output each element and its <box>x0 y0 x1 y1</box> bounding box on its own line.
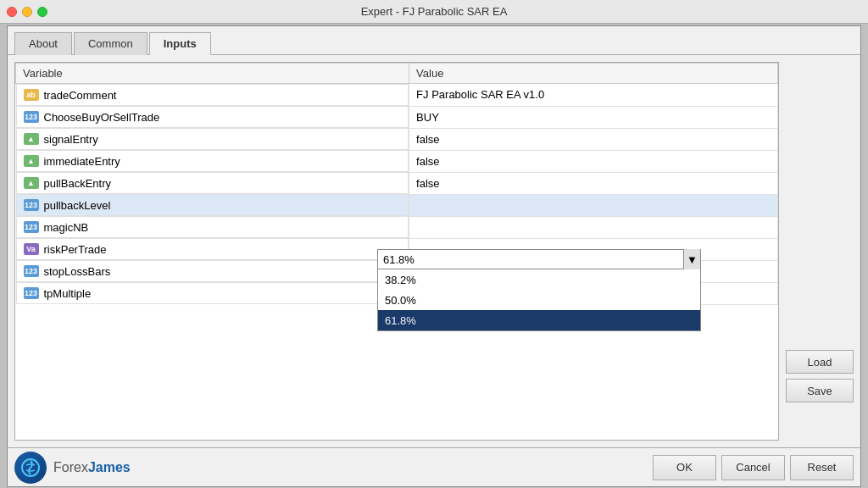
variable-name: magicNB <box>44 221 89 234</box>
type-icon: ▲ <box>24 133 39 145</box>
dropdown-option[interactable]: 38.2% <box>378 269 700 290</box>
variable-cell: ▲ signalEntry <box>16 128 409 150</box>
variable-cell: 123 ChooseBuyOrSellTrade <box>16 106 409 128</box>
save-button[interactable]: Save <box>786 379 854 402</box>
type-icon: 123 <box>24 221 39 233</box>
close-button[interactable] <box>7 7 17 17</box>
variable-name: signalEntry <box>44 133 98 146</box>
variable-cell: 123 magicNB <box>16 216 409 238</box>
footer: ForexJames OK Cancel Reset <box>8 447 860 486</box>
dialog: About Common Inputs Variable Value ab tr… <box>7 25 861 487</box>
type-icon: 123 <box>24 287 39 299</box>
logo-forex: Forex <box>53 460 88 474</box>
variable-cell: ab tradeComment <box>16 84 409 106</box>
reset-button[interactable]: Reset <box>790 455 854 480</box>
title-bar: Expert - FJ Parabolic SAR EA <box>0 0 868 24</box>
dropdown-list: 38.2%50.0%61.8% <box>377 269 701 331</box>
table-row[interactable]: 123 ChooseBuyOrSellTrade BUY <box>16 106 778 128</box>
type-icon: ab <box>24 89 39 101</box>
variable-cell: ▲ pullBackEntry <box>16 172 409 194</box>
dropdown-current-value: 61.8% <box>378 253 683 266</box>
type-icon: Va <box>24 243 39 255</box>
tab-inputs[interactable]: Inputs <box>149 32 211 55</box>
cancel-button[interactable]: Cancel <box>721 455 785 480</box>
table-row[interactable]: ▲ signalEntry false <box>16 128 778 150</box>
type-icon: ▲ <box>24 155 39 167</box>
value-cell[interactable]: false <box>409 128 778 150</box>
tab-about[interactable]: About <box>14 32 72 55</box>
maximize-button[interactable] <box>37 7 47 17</box>
minimize-button[interactable] <box>22 7 32 17</box>
variable-cell: Va riskPerTrade <box>16 238 409 260</box>
table-row[interactable]: ▲ pullBackEntry false <box>16 172 778 194</box>
variable-name: pullBackEntry <box>44 177 111 190</box>
table-row[interactable]: ab tradeComment FJ Parabolic SAR EA v1.0 <box>16 84 778 107</box>
table-row[interactable]: 123 magicNB <box>16 216 778 238</box>
variables-table-container: Variable Value ab tradeComment FJ Parabo… <box>14 62 779 441</box>
variable-name: tradeComment <box>44 89 117 102</box>
variable-name: stopLossBars <box>44 265 111 278</box>
value-cell[interactable] <box>409 194 778 216</box>
value-cell[interactable]: false <box>409 172 778 194</box>
dropdown-arrow-button[interactable]: ▼ <box>683 249 700 269</box>
variable-cell: ▲ immediateEntry <box>16 150 409 172</box>
table-row[interactable]: ▲ immediateEntry false <box>16 150 778 172</box>
variable-cell: 123 pullbackLevel <box>16 194 409 216</box>
value-cell[interactable] <box>409 216 778 238</box>
content-area: Variable Value ab tradeComment FJ Parabo… <box>8 55 860 447</box>
variable-name: riskPerTrade <box>44 243 107 256</box>
logo-area: ForexJames <box>14 452 131 484</box>
dropdown-option[interactable]: 50.0% <box>378 290 700 310</box>
type-icon: 123 <box>24 111 39 123</box>
logo-text: ForexJames <box>53 460 131 475</box>
variable-cell: 123 stopLossBars <box>16 260 409 282</box>
ok-button[interactable]: OK <box>653 455 716 480</box>
type-icon: 123 <box>24 199 39 211</box>
variable-name: immediateEntry <box>44 155 120 168</box>
value-cell[interactable]: FJ Parabolic SAR EA v1.0 <box>409 84 778 107</box>
variable-name: ChooseBuyOrSellTrade <box>44 111 160 124</box>
col-header-value: Value <box>409 64 778 84</box>
sidebar-buttons: Load Save <box>786 62 854 441</box>
value-cell[interactable]: false <box>409 150 778 172</box>
dropdown-arrow-icon: ▼ <box>682 253 703 266</box>
value-cell[interactable]: BUY <box>409 106 778 128</box>
tab-common[interactable]: Common <box>74 32 147 55</box>
variable-cell: 123 tpMultiple <box>16 282 409 304</box>
variable-name: tpMultiple <box>44 287 92 300</box>
tab-bar: About Common Inputs <box>8 26 860 55</box>
table-row[interactable]: 123 pullbackLevel <box>16 194 778 216</box>
traffic-lights <box>7 7 47 17</box>
pullback-dropdown: 61.8% ▼ 38.2%50.0%61.8% <box>377 249 701 331</box>
load-button[interactable]: Load <box>786 350 854 374</box>
type-icon: ▲ <box>24 177 39 189</box>
window-title: Expert - FJ Parabolic SAR EA <box>361 5 508 18</box>
type-icon: 123 <box>24 265 39 277</box>
footer-buttons: OK Cancel Reset <box>653 455 854 480</box>
dropdown-trigger[interactable]: 61.8% ▼ <box>377 249 701 269</box>
logo-james: James <box>88 460 131 474</box>
col-header-variable: Variable <box>16 64 409 84</box>
variable-name: pullbackLevel <box>44 199 111 212</box>
dropdown-option[interactable]: 61.8% <box>378 310 700 330</box>
logo-icon <box>14 452 47 484</box>
